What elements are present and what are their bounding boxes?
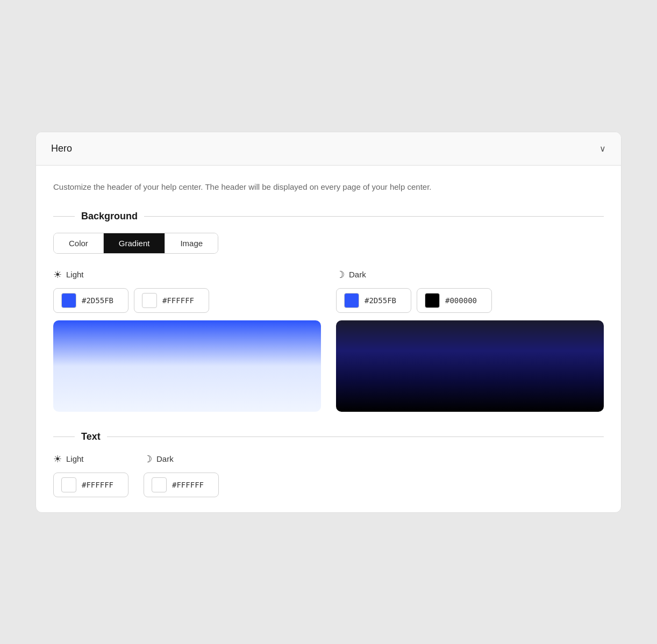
- text-section-line-right: [107, 437, 604, 437]
- section-line-right: [144, 216, 604, 217]
- hero-header: Hero ∨: [36, 132, 621, 166]
- light-color-2-label: #FFFFFF: [162, 296, 194, 305]
- light-color-1-button[interactable]: #2D55FB: [53, 288, 128, 313]
- section-line-left: [53, 216, 75, 217]
- text-light-color-label: #FFFFFF: [82, 481, 113, 489]
- content-area: Customize the header of your help center…: [36, 166, 621, 512]
- light-color-2-box: [142, 293, 157, 308]
- text-light-label: ☀ Light: [53, 453, 128, 465]
- light-swatches: #2D55FB #FFFFFF: [53, 288, 321, 313]
- text-dark-color-button[interactable]: #FFFFFF: [144, 473, 219, 497]
- description-text: Customize the header of your help center…: [53, 181, 604, 194]
- tab-color[interactable]: Color: [54, 233, 104, 253]
- tab-gradient[interactable]: Gradient: [104, 233, 166, 253]
- text-section: Text ☀ Light #FFFFFF: [53, 431, 604, 497]
- light-color-2-button[interactable]: #FFFFFF: [134, 288, 209, 313]
- text-modes: ☀ Light #FFFFFF ☽ Dark: [53, 453, 604, 497]
- text-dark-col: ☽ Dark #FFFFFF: [144, 453, 219, 497]
- dark-color-1-box: [344, 293, 359, 308]
- light-mode-label: ☀ Light: [53, 269, 321, 281]
- text-dark-color-box: [152, 477, 167, 492]
- dark-gradient-visual: [336, 320, 604, 412]
- gradient-sections: ☀ Light #2D55FB #FFFFFF: [53, 269, 604, 412]
- text-light-text: Light: [66, 454, 84, 463]
- background-section-header: Background: [53, 211, 604, 222]
- hero-card: Hero ∨ Customize the header of your help…: [35, 132, 622, 513]
- light-color-1-box: [61, 293, 76, 308]
- text-section-header: Text: [53, 431, 604, 442]
- dark-gradient-preview[interactable]: [336, 320, 604, 412]
- dark-color-2-box: [425, 293, 440, 308]
- moon-icon: ☽: [336, 269, 345, 281]
- dark-color-2-label: #000000: [445, 296, 477, 305]
- dark-color-1-label: #2D55FB: [365, 296, 396, 305]
- sun-icon: ☀: [53, 269, 62, 281]
- text-dark-text: Dark: [156, 454, 174, 463]
- dark-color-1-button[interactable]: #2D55FB: [336, 288, 411, 313]
- tab-image[interactable]: Image: [165, 233, 218, 253]
- background-section-title: Background: [81, 211, 138, 222]
- text-dark-color-label: #FFFFFF: [172, 481, 204, 489]
- text-dark-label: ☽ Dark: [144, 453, 219, 465]
- background-tab-group: Color Gradient Image: [53, 233, 218, 254]
- text-light-color-box: [61, 477, 76, 492]
- chevron-down-icon[interactable]: ∨: [599, 144, 606, 154]
- dark-mode-label: ☽ Dark: [336, 269, 604, 281]
- light-label: Light: [66, 270, 84, 279]
- text-section-line-left: [53, 437, 75, 437]
- dark-color-2-button[interactable]: #000000: [417, 288, 492, 313]
- light-gradient-preview[interactable]: [53, 320, 321, 412]
- dark-gradient-section: ☽ Dark #2D55FB #000000: [336, 269, 604, 412]
- dark-swatches: #2D55FB #000000: [336, 288, 604, 313]
- text-light-color-button[interactable]: #FFFFFF: [53, 473, 128, 497]
- light-gradient-visual: [53, 320, 321, 412]
- dark-label: Dark: [349, 270, 366, 279]
- text-light-col: ☀ Light #FFFFFF: [53, 453, 128, 497]
- text-sun-icon: ☀: [53, 453, 62, 465]
- hero-title: Hero: [51, 143, 72, 154]
- light-gradient-section: ☀ Light #2D55FB #FFFFFF: [53, 269, 321, 412]
- text-section-title: Text: [81, 431, 101, 442]
- text-moon-icon: ☽: [144, 453, 152, 465]
- light-color-1-label: #2D55FB: [82, 296, 113, 305]
